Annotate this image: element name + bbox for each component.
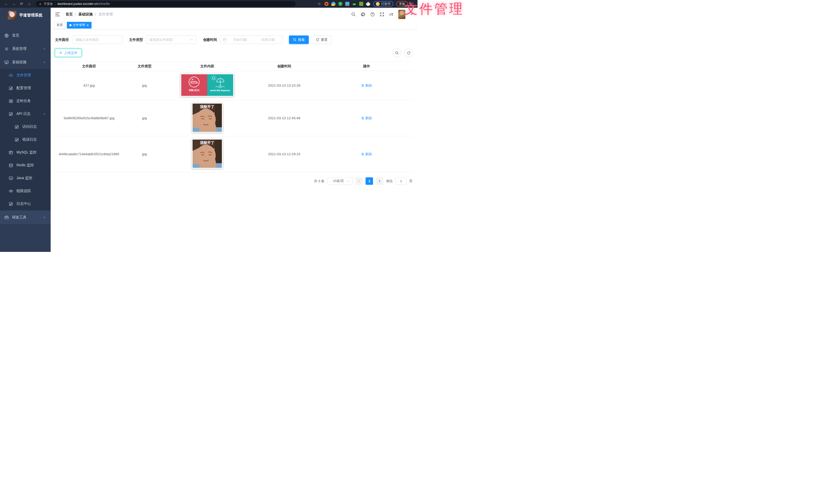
file-preview-image[interactable]: 996.ICU work-life balance bbox=[181, 74, 234, 97]
page-number-current[interactable]: 1 bbox=[366, 177, 373, 185]
redis-icon bbox=[9, 163, 13, 168]
sidebar-item-home[interactable]: 首页 bbox=[0, 29, 50, 42]
chevron-down-icon bbox=[43, 47, 46, 50]
search-icon[interactable] bbox=[351, 12, 356, 17]
api-log-icon bbox=[9, 112, 13, 116]
sidebar-collapse-icon[interactable] bbox=[55, 13, 60, 16]
search-icon bbox=[293, 38, 297, 41]
sidebar-item-log-center[interactable]: 日志中心 bbox=[0, 197, 50, 210]
toggle-search-button[interactable] bbox=[392, 48, 401, 57]
next-page-button[interactable] bbox=[376, 177, 383, 185]
chevron-right-icon bbox=[378, 180, 381, 183]
chevron-up-icon bbox=[43, 61, 46, 64]
github-icon[interactable] bbox=[361, 12, 365, 17]
refresh-icon bbox=[316, 38, 319, 41]
font-size-icon[interactable]: TT bbox=[389, 12, 393, 17]
cell-file-path: 5e8609290e915c4fa8b08e67.jpg bbox=[55, 100, 123, 136]
tag-home[interactable]: 首页 bbox=[54, 22, 65, 28]
cell-created-time: 2021-03-13 12:45:48 bbox=[248, 100, 320, 136]
breadcrumb-separator: / bbox=[75, 12, 76, 17]
fullscreen-icon[interactable] bbox=[380, 12, 384, 17]
chevron-down-icon bbox=[190, 38, 193, 41]
date-range-picker[interactable]: 开始日期 - 结束日期 bbox=[220, 36, 282, 44]
sidebar-item-java-monitor[interactable]: Java 监控 bbox=[0, 172, 50, 185]
bookmark-star-icon[interactable]: ☆ bbox=[317, 2, 322, 6]
prev-page-button[interactable] bbox=[355, 177, 363, 185]
table-row: 427.jpg jpg 996.ICU bbox=[55, 71, 413, 100]
error-log-icon bbox=[15, 138, 19, 142]
range-separator: - bbox=[253, 38, 254, 42]
page-size-select[interactable]: 10条/页 bbox=[327, 177, 352, 185]
address-bar[interactable]: ⚠ 不安全 dashboard.yudao.iocoder.cn/infra/f… bbox=[36, 1, 296, 7]
browser-reload-icon[interactable]: ⟳ bbox=[19, 1, 25, 7]
close-icon[interactable] bbox=[86, 24, 89, 26]
sidebar-item-devtools[interactable]: 研发工具 bbox=[0, 210, 50, 224]
svg-text:996.ICU: 996.ICU bbox=[189, 89, 199, 92]
tags-view-bar: 首页 文件管理 bbox=[50, 21, 418, 29]
extensions-puzzle-icon[interactable] bbox=[366, 2, 370, 6]
sidebar-item-config-management[interactable]: 配置管理 bbox=[0, 82, 50, 94]
sidebar-item-mysql-monitor[interactable]: MySQL 监控 bbox=[0, 146, 50, 159]
col-actions: 操作 bbox=[320, 62, 413, 71]
file-path-label: 文件路径 bbox=[55, 38, 69, 42]
browser-menu-icon[interactable] bbox=[411, 2, 414, 6]
extension-on-badge-icon[interactable] bbox=[352, 2, 356, 6]
search-form: 文件路径 文件类型 请选择文件类型 创建时间 开始日期 - bbox=[55, 36, 413, 44]
user-menu-caret-icon[interactable] bbox=[410, 14, 413, 15]
extension-pin-icon[interactable] bbox=[331, 2, 335, 6]
user-avatar[interactable] bbox=[398, 10, 405, 19]
sidebar-item-file-management[interactable]: 文件管理 bbox=[0, 69, 50, 82]
svg-text:work-life balance: work-life balance bbox=[210, 89, 230, 92]
tag-file-management[interactable]: 文件管理 bbox=[67, 22, 91, 28]
profile-paused-button[interactable]: 已暂停 bbox=[373, 1, 393, 7]
delete-link[interactable]: 删除 bbox=[361, 83, 372, 88]
breadcrumb-infrastructure[interactable]: 基础设施 bbox=[78, 12, 93, 17]
calendar-icon bbox=[223, 38, 226, 42]
delete-link[interactable]: 删除 bbox=[361, 116, 372, 121]
trash-icon bbox=[361, 153, 364, 156]
infrastructure-submenu: 文件管理 配置管理 定时任务 API 日志 访问日志 bbox=[0, 69, 50, 210]
crying-baby-meme-image: 我裂开了 bbox=[192, 140, 222, 168]
sidebar-item-api-log[interactable]: API 日志 bbox=[0, 107, 50, 120]
help-icon[interactable] bbox=[370, 12, 375, 17]
sidebar-item-infrastructure[interactable]: 基础设施 bbox=[0, 56, 50, 69]
sidebar-logo[interactable]: 芋道管理系统 bbox=[0, 8, 50, 23]
goto-page-input[interactable] bbox=[396, 177, 406, 185]
chevron-left-icon bbox=[358, 180, 361, 183]
breadcrumb-home[interactable]: 首页 bbox=[65, 12, 73, 17]
page-url[interactable]: dashboard.yudao.iocoder.cn/infra/file bbox=[57, 2, 110, 6]
extension-person-icon[interactable] bbox=[359, 2, 363, 6]
col-file-path: 文件路径 bbox=[55, 62, 123, 71]
browser-forward-icon[interactable]: → bbox=[11, 1, 17, 7]
profile-avatar bbox=[376, 2, 380, 6]
plus-icon bbox=[59, 51, 62, 55]
extension-orange-icon[interactable] bbox=[324, 2, 329, 6]
refresh-table-button[interactable] bbox=[404, 48, 413, 57]
upload-file-button[interactable]: 上传文件 bbox=[55, 49, 81, 57]
svg-text:我裂开了: 我裂开了 bbox=[200, 105, 215, 109]
sidebar-item-system[interactable]: 系统管理 bbox=[0, 42, 50, 56]
app-header: 首页 / 基础设施 / 文件管理 TT bbox=[50, 8, 418, 21]
sidebar-item-scheduled-jobs[interactable]: 定时任务 bbox=[0, 94, 50, 107]
sidebar-item-redis-monitor[interactable]: Redis 监控 bbox=[0, 159, 50, 172]
extension-check-icon[interactable] bbox=[338, 2, 342, 6]
cell-created-time: 2021-03-13 12:29:10 bbox=[248, 136, 320, 172]
sidebar-item-error-log[interactable]: 错误日志 bbox=[0, 133, 50, 146]
browser-home-icon[interactable]: ⌂ bbox=[26, 1, 33, 7]
file-type-select[interactable]: 请选择文件类型 bbox=[146, 36, 197, 44]
app-title: 芋道管理系统 bbox=[19, 13, 42, 18]
extension-bulb-icon[interactable] bbox=[345, 2, 349, 6]
sidebar-item-access-log[interactable]: 访问日志 bbox=[0, 120, 50, 133]
devtools-icon bbox=[4, 215, 9, 219]
file-preview-image[interactable]: 我裂开了 bbox=[192, 103, 223, 133]
col-file-content: 文件内容 bbox=[166, 62, 248, 71]
chevron-down-icon bbox=[43, 216, 46, 219]
sidebar-item-trace[interactable]: 链路追踪 bbox=[0, 185, 50, 197]
file-path-input[interactable] bbox=[72, 36, 122, 44]
browser-back-icon[interactable]: ← bbox=[3, 1, 9, 7]
file-preview-image[interactable]: 我裂开了 bbox=[192, 139, 223, 169]
delete-link[interactable]: 删除 bbox=[361, 152, 372, 156]
reset-button[interactable]: 重置 bbox=[312, 36, 332, 44]
browser-update-button[interactable]: 更新 bbox=[396, 1, 408, 7]
search-button[interactable]: 搜索 bbox=[289, 36, 309, 44]
